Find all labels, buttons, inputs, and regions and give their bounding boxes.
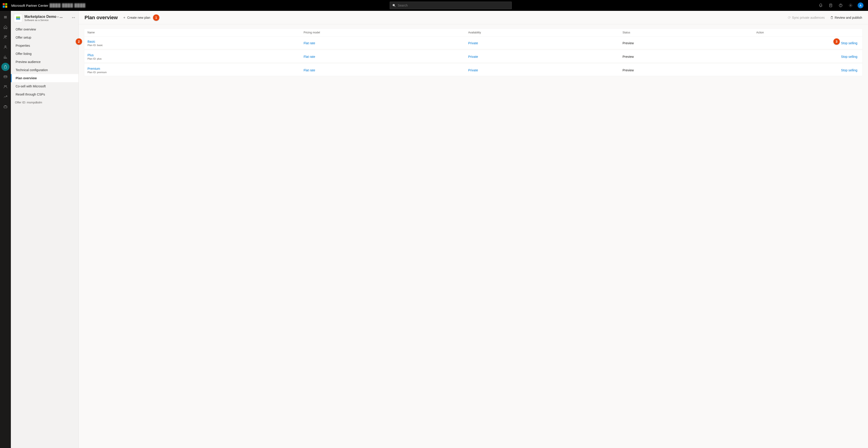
toolbox-icon bbox=[3, 105, 7, 109]
rail-insights[interactable] bbox=[1, 53, 9, 61]
rail-referrals[interactable] bbox=[1, 43, 9, 51]
create-plan-label: Create new plan bbox=[127, 16, 150, 20]
pricing-link[interactable]: Flat rate bbox=[304, 68, 468, 72]
notifications-button[interactable] bbox=[816, 0, 826, 11]
col-pricing: Pricing model bbox=[304, 31, 468, 34]
stop-selling-link[interactable]: Stop selling bbox=[841, 68, 857, 72]
col-status: Status bbox=[622, 31, 756, 34]
help-icon bbox=[839, 3, 843, 7]
pricing-link[interactable]: Flat rate bbox=[304, 55, 468, 59]
switch-offer-button[interactable] bbox=[72, 16, 75, 20]
sidebar-item-offer-listing[interactable]: Offer listing bbox=[11, 50, 79, 58]
svg-point-11 bbox=[5, 46, 6, 47]
command-bar: Plan overview Create new plan 1 Sync pri… bbox=[79, 11, 868, 24]
create-new-plan-button[interactable]: Create new plan bbox=[123, 16, 150, 20]
review-label: Review and publish bbox=[835, 16, 862, 20]
stop-selling-link[interactable]: Stop selling bbox=[841, 55, 857, 59]
sidebar-item-properties[interactable]: Properties bbox=[11, 41, 79, 50]
table-row: PremiumPlan ID: premiumFlat ratePrivateP… bbox=[84, 64, 862, 76]
account-button[interactable]: A bbox=[856, 0, 865, 11]
people-icon bbox=[3, 35, 7, 39]
card-icon bbox=[3, 75, 7, 79]
status-label: Preview bbox=[622, 55, 756, 59]
microsoft-logo-icon bbox=[3, 3, 7, 8]
status-label: Preview bbox=[622, 68, 756, 72]
rail-customers[interactable] bbox=[1, 33, 9, 41]
status-label: Preview bbox=[622, 41, 756, 45]
gear-icon bbox=[848, 3, 852, 7]
availability-link[interactable]: Private bbox=[468, 55, 622, 59]
svg-point-14 bbox=[4, 85, 5, 87]
plan-name-link[interactable]: Premium bbox=[88, 67, 304, 70]
settings-button[interactable] bbox=[846, 0, 855, 11]
callout-1: 1 bbox=[153, 14, 159, 21]
svg-point-5 bbox=[850, 5, 851, 6]
product-name: Microsoft Partner Center bbox=[11, 4, 48, 7]
rail-home[interactable] bbox=[1, 23, 9, 31]
offer-title: Marketplace Demo - ... bbox=[24, 15, 69, 19]
hamburger-icon bbox=[3, 15, 7, 19]
svg-point-9 bbox=[4, 36, 6, 37]
diagnostics-button[interactable] bbox=[826, 0, 835, 11]
plan-id-label: Plan ID: premium bbox=[88, 71, 304, 74]
svg-point-15 bbox=[6, 85, 7, 87]
rail-analytics[interactable] bbox=[0, 93, 11, 101]
avatar-icon: A bbox=[858, 2, 864, 8]
col-availability: Availability bbox=[468, 31, 622, 34]
search-input[interactable] bbox=[398, 4, 509, 7]
plans-table: Name Pricing model Availability Status A… bbox=[84, 29, 863, 76]
help-button[interactable] bbox=[836, 0, 845, 11]
rail-users[interactable] bbox=[0, 83, 11, 91]
offer-id-label: Offer ID: msmpdbdm bbox=[11, 98, 79, 106]
plan-id-label: Plan ID: basic bbox=[88, 44, 304, 46]
sidebar-item-preview-audience[interactable]: Preview audience bbox=[11, 58, 79, 66]
review-publish-button[interactable]: Review and publish bbox=[830, 16, 862, 20]
tenant-name-redacted: ████ ████ ████ bbox=[50, 3, 86, 7]
swap-icon bbox=[72, 16, 75, 20]
table-row: PlusPlan ID: plusFlat ratePrivatePreview… bbox=[84, 50, 862, 64]
sidebar-item-offer-overview[interactable]: Offer overview bbox=[11, 25, 79, 33]
clipboard-icon bbox=[830, 16, 833, 19]
pricing-link[interactable]: Flat rate bbox=[304, 41, 468, 45]
sidebar-item-technical-configuration[interactable]: Technical configuration bbox=[11, 66, 79, 74]
rail-billing[interactable] bbox=[0, 73, 11, 81]
bell-icon bbox=[819, 3, 823, 7]
home-icon bbox=[3, 25, 7, 29]
availability-link[interactable]: Private bbox=[468, 68, 622, 72]
sidebar-item-resell-through-csps[interactable]: Resell through CSPs bbox=[11, 90, 79, 98]
page-title: Plan overview bbox=[85, 15, 118, 21]
rail-toolbox[interactable] bbox=[0, 103, 11, 111]
plan-name-link[interactable]: Basic bbox=[88, 40, 304, 43]
svg-point-10 bbox=[6, 36, 7, 37]
left-rail bbox=[0, 11, 11, 448]
sidebar-item-plan-overview[interactable]: Plan overview bbox=[11, 74, 79, 82]
plan-name-link[interactable]: Plus bbox=[88, 53, 304, 57]
diagnostics-icon bbox=[829, 3, 833, 7]
svg-line-1 bbox=[395, 6, 395, 7]
search-icon bbox=[392, 4, 396, 7]
person-icon bbox=[3, 45, 7, 49]
users-icon bbox=[3, 85, 7, 89]
global-search[interactable] bbox=[390, 2, 512, 9]
availability-link[interactable]: Private bbox=[468, 41, 622, 45]
sidebar-item-co-sell-with-microsoft[interactable]: Co-sell with Microsoft bbox=[11, 82, 79, 90]
trend-icon bbox=[3, 95, 7, 99]
stop-selling-link[interactable]: Stop selling bbox=[841, 41, 857, 45]
chart-icon bbox=[3, 55, 7, 59]
topbar: Microsoft Partner Center ████ ████ ████ … bbox=[0, 0, 868, 11]
sync-icon bbox=[787, 16, 791, 19]
bag-icon bbox=[3, 65, 7, 69]
table-row: BasicPlan ID: basicFlat ratePrivatePrevi… bbox=[84, 37, 862, 50]
rail-marketplace[interactable] bbox=[1, 63, 9, 71]
svg-rect-12 bbox=[4, 76, 7, 78]
svg-point-0 bbox=[393, 4, 395, 6]
sync-audiences-button: Sync private audiences bbox=[787, 16, 825, 20]
col-action: Action bbox=[756, 31, 859, 34]
plan-id-label: Plan ID: plus bbox=[88, 57, 304, 60]
sidebar-item-offer-setup[interactable]: Offer setup bbox=[11, 33, 79, 41]
col-name: Name bbox=[88, 31, 304, 34]
svg-point-4 bbox=[841, 6, 841, 6]
offer-type: Software as a Service bbox=[24, 19, 69, 22]
plus-icon bbox=[123, 16, 126, 19]
rail-hamburger[interactable] bbox=[1, 13, 9, 21]
